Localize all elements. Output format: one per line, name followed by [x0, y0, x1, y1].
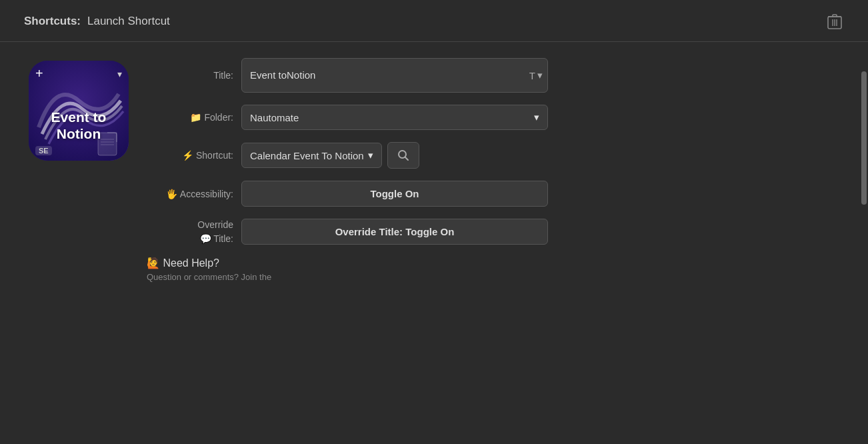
svg-line-11	[405, 157, 408, 161]
override-emoji: 💬	[200, 233, 211, 244]
app-icon-wrapper: + ▾ Event to Notion SE	[29, 61, 129, 161]
title-row: Title: T ▾	[147, 58, 845, 93]
app-icon: + ▾ Event to Notion SE	[29, 61, 129, 161]
title-type-chevron-icon: ▾	[537, 69, 543, 81]
delete-button[interactable]	[825, 12, 844, 31]
search-button[interactable]	[387, 142, 419, 169]
title-type-icon: T	[529, 70, 535, 81]
app-icon-badge: SE	[35, 146, 52, 155]
folder-emoji: 📁	[190, 112, 201, 123]
title-field-wrapper: T ▾	[241, 58, 548, 93]
shortcut-chevron-icon: ▾	[368, 149, 373, 161]
add-icon[interactable]: +	[35, 66, 43, 81]
help-subtitle: Question or comments? Join the	[147, 272, 845, 282]
shortcut-row: ⚡ Shortcut: Calendar Event To Notion ▾	[147, 142, 845, 169]
override-title-toggle-button[interactable]: Override Title: Toggle On	[241, 219, 548, 245]
shortcut-value: Calendar Event To Notion	[250, 150, 364, 161]
app-icon-text: Event to Notion	[29, 109, 129, 142]
main-content: + ▾ Event to Notion SE Title: T ▾	[0, 42, 868, 444]
accessibility-toggle-button[interactable]: Toggle On	[241, 181, 548, 207]
title-label: Title:	[147, 70, 233, 81]
header-left: Shortcuts: Launch Shortcut	[24, 15, 170, 28]
scrollbar-thumb[interactable]	[861, 71, 867, 205]
icon-chevron[interactable]: ▾	[117, 69, 122, 79]
shortcuts-label: Shortcuts:	[24, 15, 81, 28]
fields-section: Title: T ▾ 📁 Folder: Nautomate ▾	[133, 58, 859, 444]
accessibility-emoji: 🖐	[166, 189, 177, 199]
header: Shortcuts: Launch Shortcut	[0, 0, 868, 42]
override-title-label: Override 💬 Title:	[147, 219, 233, 244]
shortcut-field-wrapper: Calendar Event To Notion ▾	[241, 142, 548, 169]
accessibility-label: 🖐 Accessibility:	[147, 189, 233, 199]
folder-chevron-icon: ▾	[534, 111, 539, 123]
accessibility-row: 🖐 Accessibility: Toggle On	[147, 181, 845, 207]
shortcut-label: ⚡ Shortcut:	[147, 150, 233, 161]
folder-select[interactable]: Nautomate ▾	[241, 105, 548, 130]
help-title: 🙋 Need Help?	[147, 257, 845, 269]
override-field-wrapper: Override Title: Toggle On	[241, 219, 548, 245]
folder-row: 📁 Folder: Nautomate ▾	[147, 105, 845, 130]
icon-top-controls: + ▾	[29, 66, 129, 81]
scrollbar[interactable]	[859, 58, 868, 444]
title-input[interactable]	[241, 58, 548, 93]
shortcut-select[interactable]: Calendar Event To Notion ▾	[241, 143, 382, 168]
title-type-button[interactable]: T ▾	[529, 69, 543, 81]
help-section: 🙋 Need Help? Question or comments? Join …	[147, 257, 845, 293]
folder-field-wrapper: Nautomate ▾	[241, 105, 548, 130]
folder-label: 📁 Folder:	[147, 112, 233, 123]
override-title-row: Override 💬 Title: Override Title: Toggle…	[147, 219, 845, 245]
shortcut-emoji: ⚡	[182, 150, 193, 161]
icon-section: + ▾ Event to Notion SE	[0, 58, 133, 444]
action-label: Launch Shortcut	[87, 15, 170, 28]
accessibility-field-wrapper: Toggle On	[241, 181, 548, 207]
folder-value: Nautomate	[250, 112, 299, 123]
